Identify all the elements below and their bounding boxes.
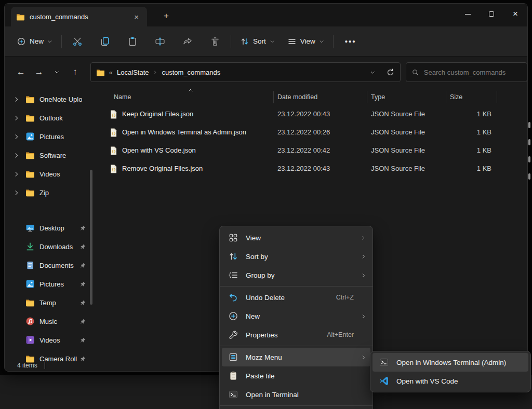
pin-icon [79, 299, 86, 306]
more-options-button[interactable]: ••• [338, 37, 364, 46]
sidebar-item-label: Pictures [39, 280, 64, 288]
rename-button[interactable] [149, 32, 171, 51]
vscode-icon [379, 376, 389, 386]
sidebar-item-pictures-pinned[interactable]: Pictures [5, 275, 93, 293]
chevron-down-icon [54, 69, 60, 75]
share-button[interactable] [176, 32, 199, 51]
sidebar-item-label: Videos [39, 170, 60, 178]
sort-arrows-icon [228, 251, 238, 262]
folder-icon [25, 169, 35, 179]
file-row[interactable]: Open with VS Code.json 23.12.2022 00:42 … [93, 142, 527, 160]
pin-icon [79, 243, 86, 250]
breadcrumb-localstate[interactable]: LocalState [117, 69, 149, 76]
sidebar-item-temp[interactable]: Temp [5, 293, 93, 312]
view-lines-icon [287, 37, 297, 46]
copy-button[interactable] [94, 32, 116, 51]
back-button[interactable]: ← [12, 63, 30, 81]
address-bar[interactable]: « LocalState custom_commands [90, 62, 401, 82]
sidebar-item-label: Videos [39, 336, 60, 344]
new-button[interactable]: New [12, 33, 57, 50]
context-menu-item-undo-delete[interactable]: Undo Delete Ctrl+Z [222, 288, 370, 307]
breadcrumb-custom-commands[interactable]: custom_commands [162, 69, 220, 76]
sort-arrows-icon [240, 37, 249, 46]
context-menu-item-group-by[interactable]: Group by [222, 266, 370, 284]
context-menu-item-new[interactable]: New [222, 307, 370, 325]
new-tab-button[interactable]: + [158, 9, 174, 23]
chevron-right-icon [13, 171, 20, 178]
column-divider[interactable] [273, 91, 274, 103]
minimize-button[interactable] [456, 4, 480, 24]
context-menu-item-sort-by[interactable]: Sort by [222, 247, 370, 266]
paste-button[interactable] [121, 32, 144, 51]
chevron-down-icon [270, 39, 275, 44]
delete-button[interactable] [204, 32, 227, 51]
sidebar-item-outlook[interactable]: Outlook [5, 108, 93, 127]
column-divider[interactable] [497, 91, 497, 103]
sort-button-label: Sort [253, 37, 266, 45]
sidebar-item-label: Zip [39, 189, 49, 197]
breadcrumb-overflow[interactable]: « [109, 69, 113, 76]
maximize-icon [489, 11, 494, 17]
cut-button[interactable] [66, 32, 89, 51]
sidebar-item-pictures[interactable]: Pictures [5, 127, 93, 146]
search-input[interactable] [424, 69, 522, 76]
submenu-item-open-vscode[interactable]: Open with VS Code [373, 372, 528, 390]
sidebar-item-zip[interactable]: Zip [5, 183, 93, 202]
submenu-chevron-icon [361, 313, 366, 319]
tab-custom-commands[interactable]: custom_commands × [11, 7, 147, 26]
address-dropdown-icon[interactable] [370, 70, 376, 75]
sidebar-item-software[interactable]: Software [5, 146, 93, 165]
file-row[interactable]: Open in Windows Terminal as Admin.json 2… [93, 124, 527, 142]
submenu-chevron-icon [361, 235, 366, 241]
submenu-item-open-terminal-admin[interactable]: Open in Windows Terminal (Admin) [373, 353, 528, 372]
context-menu-item-mozz-menu[interactable]: Mozz Menu [222, 348, 370, 366]
maximize-button[interactable] [480, 4, 503, 24]
close-button[interactable]: × [503, 4, 527, 24]
view-button[interactable]: View [283, 33, 329, 50]
file-modified: 23.12.2022 00:42 [277, 146, 330, 154]
copy-icon [100, 36, 110, 47]
column-divider[interactable] [446, 91, 446, 103]
music-icon [25, 317, 35, 326]
forward-button[interactable]: → [30, 63, 48, 81]
sidebar-item-documents[interactable]: Documents [5, 256, 93, 275]
pin-icon [79, 318, 86, 325]
chevron-right-icon [13, 189, 20, 196]
column-divider[interactable] [367, 91, 367, 103]
menu-separator [220, 286, 373, 287]
sidebar-item-downloads[interactable]: Downloads [5, 237, 93, 256]
tab-close-icon[interactable]: × [131, 12, 142, 22]
sidebar-item-onenote[interactable]: OneNote Uplo [5, 90, 93, 108]
column-header-name[interactable]: Name [114, 93, 131, 101]
recent-locations-button[interactable] [48, 63, 66, 81]
file-row[interactable]: Remove Original Files.json 23.12.2022 00… [93, 160, 527, 178]
up-button[interactable]: ↑ [66, 63, 84, 81]
sidebar-item-videos-pinned[interactable]: Videos [5, 331, 93, 349]
refresh-icon[interactable] [386, 68, 395, 77]
context-menu: View Sort by Group by Undo Delete Ctrl+Z… [219, 226, 373, 409]
file-name: Open in Windows Terminal as Admin.json [122, 128, 246, 136]
sort-button[interactable]: Sort [235, 33, 280, 50]
sidebar-scrollbar-thumb[interactable] [90, 170, 92, 305]
sidebar-item-videos[interactable]: Videos [5, 165, 93, 183]
column-header-size[interactable]: Size [450, 93, 462, 101]
context-menu-item-properties[interactable]: Properties Alt+Enter [222, 325, 370, 344]
column-header-modified[interactable]: Date modified [277, 93, 317, 101]
sidebar-item-desktop[interactable]: Desktop [5, 219, 93, 237]
menu-item-label: Sort by [246, 253, 357, 261]
sidebar-section-gap [5, 202, 93, 219]
terminal-icon [379, 357, 389, 367]
menu-item-label: Group by [246, 271, 357, 279]
wrench-icon [228, 330, 238, 340]
context-menu-item-paste-file[interactable]: Paste file [222, 366, 370, 385]
column-header-type[interactable]: Type [371, 93, 385, 101]
context-menu-item-open-in-terminal[interactable]: Open in Terminal [222, 385, 370, 404]
chevron-down-icon [319, 39, 324, 44]
navigation-pane: OneNote Uplo Outlook Pictures Software V… [5, 87, 93, 360]
menu-item-label: Open with VS Code [396, 377, 524, 385]
chevron-right-icon [13, 96, 20, 103]
file-modified: 23.12.2022 00:26 [277, 128, 330, 136]
context-menu-item-view[interactable]: View [222, 228, 370, 247]
file-row[interactable]: Keep Original Files.json 23.12.2022 00:4… [93, 105, 527, 124]
sidebar-item-music[interactable]: Music [5, 312, 93, 331]
